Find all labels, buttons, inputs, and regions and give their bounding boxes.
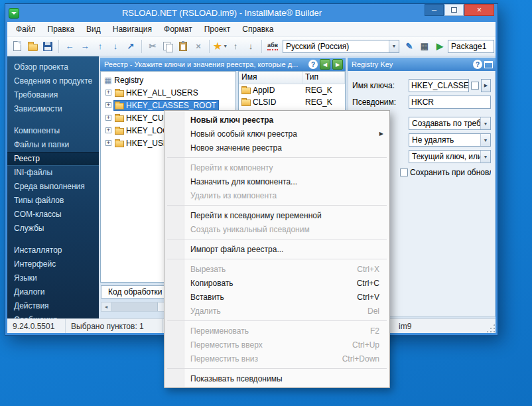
help-button[interactable]: ? bbox=[473, 60, 482, 69]
sidebar-item[interactable]: Компоненты bbox=[7, 124, 99, 138]
sidebar-item[interactable]: Файлы и папки bbox=[7, 138, 99, 152]
tree-root[interactable]: ▦Registry bbox=[101, 74, 235, 86]
history-back-button[interactable]: ◀ bbox=[320, 59, 330, 70]
create-mode-select[interactable]: Создавать по требо ▼ bbox=[409, 117, 491, 130]
context-menu-item[interactable]: Показывать псевдонимы bbox=[165, 372, 389, 385]
package-select[interactable]: Package1 bbox=[448, 40, 494, 53]
context-menu-item[interactable]: Перейти к компоненту bbox=[165, 161, 389, 174]
panel-pin-icon[interactable] bbox=[484, 61, 493, 68]
column-header[interactable]: Имя bbox=[239, 72, 302, 84]
scrollbar-thumb[interactable] bbox=[111, 303, 158, 311]
sidebar-item[interactable]: Зависимости bbox=[7, 102, 99, 116]
maximize-button[interactable] bbox=[444, 4, 464, 16]
open-project-button[interactable] bbox=[25, 39, 40, 54]
sidebar-item[interactable]: Службы bbox=[7, 222, 99, 236]
sidebar-item[interactable]: Типы файлов bbox=[7, 194, 99, 208]
tab-processing-code[interactable]: Код обработки bbox=[101, 285, 169, 299]
expand-icon[interactable]: + bbox=[105, 140, 111, 146]
expand-icon[interactable]: + bbox=[105, 90, 111, 96]
context-menu-item[interactable]: Перейти к псевдониму переменной bbox=[165, 208, 389, 222]
grid-view-button[interactable]: ▦ bbox=[417, 39, 432, 54]
move-down-button[interactable]: ↓ bbox=[243, 39, 258, 54]
scope-select[interactable]: Текущий ключ, или в ▼ bbox=[409, 150, 491, 163]
history-forward-button[interactable]: ▶ bbox=[332, 59, 343, 70]
sidebar-item[interactable]: Реестр bbox=[7, 152, 99, 166]
keep-on-update-checkbox[interactable] bbox=[400, 169, 408, 176]
context-menu-item[interactable]: Переместить внизCtrl+Down bbox=[165, 352, 389, 366]
new-item-button[interactable]: ★▼ bbox=[213, 39, 228, 54]
key-name-checkbox[interactable] bbox=[471, 82, 479, 90]
sidebar-item[interactable]: Обзор проекта bbox=[7, 60, 99, 74]
sidebar-item[interactable]: Инсталлятор bbox=[7, 243, 99, 257]
sidebar-item[interactable]: INI-файлы bbox=[7, 166, 99, 180]
language-select[interactable]: Русский (Россия) ▼ bbox=[283, 40, 399, 53]
sidebar-item[interactable]: Диалоги bbox=[7, 285, 99, 299]
context-menu-item[interactable]: ВставитьCtrl+V bbox=[165, 290, 389, 304]
menubar-item[interactable]: Файл bbox=[10, 23, 42, 36]
context-menu-item[interactable]: Новый ключ реестра bbox=[165, 113, 389, 127]
menubar-item[interactable]: Справка bbox=[236, 23, 279, 36]
menubar-item[interactable]: Проект bbox=[198, 23, 237, 36]
context-menu-item[interactable]: УдалитьDel bbox=[165, 304, 389, 318]
delete-mode-select[interactable]: Не удалять ▼ bbox=[409, 133, 491, 147]
navigate-down-button[interactable]: ↓ bbox=[108, 39, 123, 54]
menubar-item[interactable]: Навигация bbox=[107, 23, 158, 36]
tree-node[interactable]: +HKEY_ALL_USERS bbox=[101, 86, 235, 99]
context-menu-item[interactable]: Переместить вверхCtrl+Up bbox=[165, 338, 389, 352]
sidebar-group: Обзор проектаСведения о продуктеТребован… bbox=[7, 60, 99, 116]
help-button[interactable]: ? bbox=[308, 60, 318, 69]
key-name-expand-button[interactable]: ▶ bbox=[481, 79, 491, 92]
context-menu-item[interactable]: ПереименоватьF2 bbox=[165, 324, 389, 338]
context-menu-item[interactable]: Создать уникальный псевдоним bbox=[165, 222, 389, 236]
context-menu-item[interactable]: ВырезатьCtrl+X bbox=[165, 262, 389, 276]
menubar-item[interactable]: Правка bbox=[42, 23, 81, 36]
spellcheck-button[interactable]: абв bbox=[265, 39, 280, 54]
new-project-button[interactable] bbox=[10, 39, 25, 54]
sidebar-item[interactable]: Сообщения bbox=[7, 313, 99, 318]
scroll-left-button[interactable]: ◄ bbox=[101, 303, 111, 311]
key-name-input[interactable]: HKEY_CLASSES_R bbox=[409, 79, 469, 92]
tree-node-body: HKEY_USE bbox=[113, 138, 171, 149]
navigate-forward-button[interactable]: → bbox=[78, 39, 92, 54]
minimize-button[interactable]: ─ bbox=[425, 4, 444, 16]
delete-button[interactable]: × bbox=[191, 39, 206, 54]
column-header[interactable]: Тип bbox=[302, 72, 345, 84]
context-menu-item[interactable]: Новое значение реестра bbox=[165, 141, 389, 155]
move-up-button[interactable]: ↑ bbox=[228, 39, 243, 54]
expand-icon[interactable]: + bbox=[105, 115, 111, 121]
list-row[interactable]: AppIDREG_K bbox=[239, 84, 345, 96]
navigate-back-button[interactable]: ← bbox=[62, 39, 77, 54]
close-button[interactable]: × bbox=[464, 4, 494, 16]
cut-button[interactable]: ✂ bbox=[145, 39, 160, 54]
sidebar-item[interactable]: COM-классы bbox=[7, 208, 99, 222]
sidebar-item[interactable]: Интерфейс bbox=[7, 257, 99, 271]
open-folder-icon bbox=[28, 44, 38, 51]
build-button[interactable]: ▶ bbox=[432, 39, 447, 54]
sidebar-item[interactable]: Языки bbox=[7, 271, 99, 285]
tree-root-label: Registry bbox=[114, 76, 143, 85]
save-button[interactable] bbox=[40, 39, 55, 54]
menubar-item[interactable]: Вид bbox=[80, 23, 107, 36]
sidebar-item[interactable]: Среда выполнения bbox=[7, 180, 99, 194]
list-row[interactable]: CLSIDREG_K bbox=[239, 96, 345, 108]
expand-icon[interactable]: + bbox=[105, 127, 111, 133]
language-value: Русский (Россия) bbox=[283, 42, 389, 51]
edit-notes-button[interactable]: ✎ bbox=[402, 39, 417, 54]
paste-button[interactable] bbox=[176, 39, 190, 54]
menubar-item[interactable]: Формат bbox=[158, 23, 198, 36]
navigate-up-button[interactable]: ↑ bbox=[93, 39, 107, 54]
alias-input[interactable]: HKCR bbox=[409, 96, 491, 109]
sidebar-item[interactable]: Требования bbox=[7, 88, 99, 102]
toolbar-separator bbox=[261, 40, 262, 53]
sidebar-item[interactable]: Действия bbox=[7, 299, 99, 313]
goto-button[interactable]: ↗ bbox=[123, 39, 138, 54]
sidebar-item[interactable]: Сведения о продукте bbox=[7, 74, 99, 88]
context-menu-item[interactable]: Новый особый ключ реестра▶ bbox=[165, 127, 389, 141]
context-menu-item[interactable]: Импорт файла реестра... bbox=[165, 242, 389, 256]
context-menu-item[interactable]: Назначить для компонента... bbox=[165, 174, 389, 188]
context-menu-item[interactable]: Удалить из компонента bbox=[165, 188, 389, 202]
context-menu-item[interactable]: КопироватьCtrl+C bbox=[165, 276, 389, 290]
copy-button[interactable] bbox=[161, 39, 175, 54]
titlebar[interactable]: RSLOAD.NET (RSLOAD.im9) - InstallMate® B… bbox=[7, 4, 496, 22]
expand-icon[interactable]: + bbox=[105, 102, 111, 108]
